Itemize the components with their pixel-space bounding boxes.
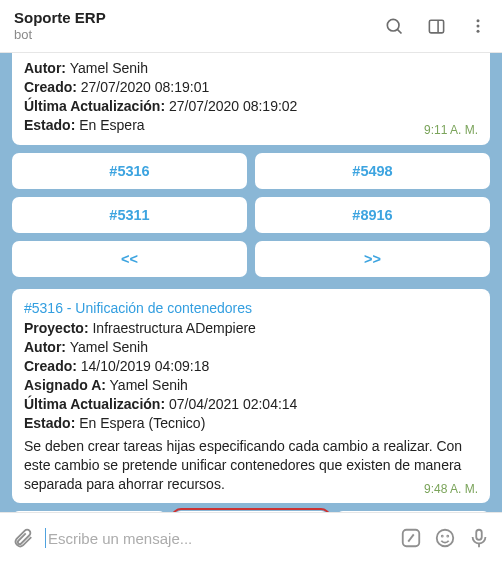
field-label: Autor: [24, 60, 66, 76]
chat-subtitle: bot [14, 27, 384, 43]
svg-line-8 [408, 534, 414, 541]
pagination-row: << >> [12, 241, 490, 277]
svg-point-0 [387, 19, 399, 31]
field-label: Última Actualización: [24, 396, 165, 412]
field-value: En Espera (Tecnico) [79, 415, 205, 431]
input-caret [45, 528, 46, 548]
emoji-icon[interactable] [434, 527, 456, 549]
field-value: 27/07/2020 08:19:02 [169, 98, 297, 114]
field-value: 27/07/2020 08:19:01 [81, 79, 209, 95]
quicklink-row: #5316 #5498 #5311 #8916 [12, 153, 490, 233]
next-page-button[interactable]: >> [255, 241, 490, 277]
field-label: Estado: [24, 117, 75, 133]
field-value: Infraestructura ADempiere [92, 320, 255, 336]
field-label: Asignado A: [24, 377, 106, 393]
field-value: Yamel Senih [70, 60, 148, 76]
message-time: 9:11 A. M. [424, 122, 478, 138]
chat-title-block[interactable]: Soporte ERP bot [14, 9, 384, 43]
prev-page-button[interactable]: << [12, 241, 247, 277]
issue-link-button[interactable]: #5311 [12, 197, 247, 233]
svg-rect-12 [476, 530, 482, 540]
field-value: En Espera [79, 117, 144, 133]
field-label: Autor: [24, 339, 66, 355]
svg-point-5 [477, 25, 480, 28]
message-card: #5316 - Unificación de contenedores Proy… [12, 289, 490, 504]
chat-area: Autor: Yamel Senih Creado: 27/07/2020 08… [0, 53, 502, 512]
field-value: 14/10/2019 04:09:18 [81, 358, 209, 374]
message-composer [0, 512, 502, 563]
chat-title: Soporte ERP [14, 9, 384, 27]
attach-icon[interactable] [12, 527, 34, 549]
field-label: Creado: [24, 358, 77, 374]
field-value: Yamel Senih [110, 377, 188, 393]
svg-point-10 [442, 536, 443, 537]
issue-description: Se deben crear tareas hijas especificand… [24, 437, 478, 494]
field-value: 07/04/2021 02:04:14 [169, 396, 297, 412]
app-header: Soporte ERP bot [0, 0, 502, 53]
microphone-icon[interactable] [468, 527, 490, 549]
issue-link-button[interactable]: #5316 [12, 153, 247, 189]
svg-point-6 [477, 30, 480, 33]
message-input[interactable] [46, 529, 388, 548]
issue-link-button[interactable]: #5498 [255, 153, 490, 189]
field-label: Estado: [24, 415, 75, 431]
field-label: Proyecto: [24, 320, 89, 336]
search-icon[interactable] [384, 16, 404, 36]
svg-rect-2 [429, 20, 443, 33]
message-card: Autor: Yamel Senih Creado: 27/07/2020 08… [12, 53, 490, 145]
message-time: 9:48 A. M. [424, 481, 478, 497]
field-label: Última Actualización: [24, 98, 165, 114]
svg-point-11 [447, 536, 448, 537]
svg-line-1 [397, 29, 401, 33]
svg-point-9 [437, 530, 454, 547]
svg-point-4 [477, 19, 480, 22]
sidebar-toggle-icon[interactable] [426, 16, 446, 36]
issue-link-button[interactable]: #8916 [255, 197, 490, 233]
field-value: Yamel Senih [70, 339, 148, 355]
bot-command-icon[interactable] [400, 527, 422, 549]
more-menu-icon[interactable] [468, 16, 488, 36]
issue-title-link[interactable]: #5316 - Unificación de contenedores [24, 299, 478, 318]
field-label: Creado: [24, 79, 77, 95]
